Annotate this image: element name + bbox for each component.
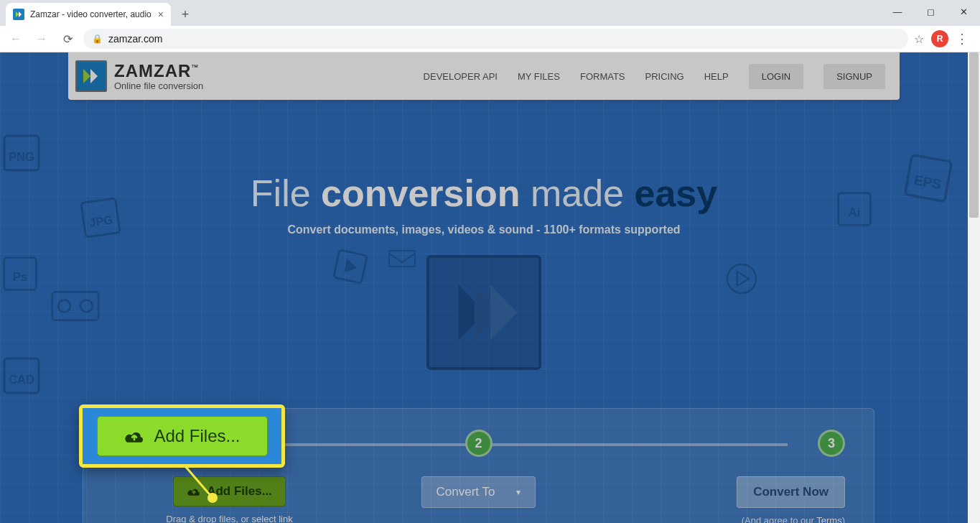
terms-link[interactable]: Terms xyxy=(816,515,841,523)
step-3-dot: 3 xyxy=(818,430,845,457)
convert-to-label: Convert To xyxy=(437,485,495,499)
hero-title-bold1: conversion xyxy=(321,172,520,214)
select-link[interactable]: select link xyxy=(252,514,293,523)
hero-title-pre: File xyxy=(251,172,321,214)
forward-button[interactable]: → xyxy=(32,29,52,49)
step-1-column: Add Files... Drag & drop files, or selec… xyxy=(112,476,347,523)
nav-help[interactable]: HELP xyxy=(704,71,729,82)
brand-name: ZAMZAR xyxy=(114,63,191,80)
step-2-dot: 2 xyxy=(465,430,493,457)
tab-title: Zamzar - video converter, audio xyxy=(30,9,152,19)
svg-marker-0 xyxy=(16,11,19,17)
cloud-upload-icon xyxy=(123,427,145,445)
tab-close-icon[interactable]: × xyxy=(158,9,164,20)
main-nav: DEVELOPER API MY FILES FORMATS PRICING H… xyxy=(424,64,885,89)
terms-post: ) xyxy=(842,515,845,523)
step-2-column: Convert To ▾ xyxy=(361,476,596,508)
bookmark-star-icon[interactable]: ☆ xyxy=(914,32,924,46)
svg-marker-23 xyxy=(90,69,98,83)
viewport: PNG JPG CAD EPS Ps Ai ZAMZAR ™ xyxy=(0,52,980,523)
logo-icon xyxy=(75,60,107,92)
browser-tab[interactable]: Zamzar - video converter, audio × xyxy=(6,3,171,26)
window-controls: — ◻ ✕ xyxy=(881,0,980,23)
maximize-button[interactable]: ◻ xyxy=(914,0,947,23)
logo[interactable]: ZAMZAR ™ Online file conversion xyxy=(75,60,203,92)
lock-icon: 🔒 xyxy=(92,34,103,44)
nav-pricing[interactable]: PRICING xyxy=(645,71,684,82)
drag-hint-text: Drag & drop files, or xyxy=(166,514,251,523)
url-text: zamzar.com xyxy=(108,33,162,45)
close-window-button[interactable]: ✕ xyxy=(947,0,980,23)
convert-to-dropdown[interactable]: Convert To ▾ xyxy=(421,476,536,508)
browser-chrome: Zamzar - video converter, audio × + — ◻ … xyxy=(0,0,980,52)
step-3-column: Convert Now (And agree to our Terms) ✉ E… xyxy=(610,476,845,523)
profile-avatar[interactable]: R xyxy=(931,30,948,47)
add-files-button[interactable]: Add Files... xyxy=(173,476,286,506)
site-header: ZAMZAR ™ Online file conversion DEVELOPE… xyxy=(68,52,900,100)
brand-tagline: Online file conversion xyxy=(114,81,203,91)
hero-subtitle: Convert documents, images, videos & soun… xyxy=(0,223,968,236)
browser-menu-icon[interactable]: ⋮ xyxy=(956,31,969,47)
page: PNG JPG CAD EPS Ps Ai ZAMZAR ™ xyxy=(0,52,968,523)
svg-marker-1 xyxy=(19,11,22,17)
back-button[interactable]: ← xyxy=(6,29,26,49)
hero-title-bold2: easy xyxy=(634,172,717,214)
add-files-callout-button[interactable]: Add Files... xyxy=(97,416,268,456)
chevron-down-icon: ▾ xyxy=(516,487,521,497)
nav-my-files[interactable]: MY FILES xyxy=(518,71,560,82)
add-files-callout-label: Add Files... xyxy=(154,426,240,446)
tab-bar: Zamzar - video converter, audio × + xyxy=(0,0,980,26)
new-tab-button[interactable]: + xyxy=(175,4,195,24)
convert-now-button[interactable]: Convert Now xyxy=(737,476,845,508)
drag-hint: Drag & drop files, or select link xyxy=(166,514,292,523)
url-input[interactable]: 🔒 zamzar.com xyxy=(83,29,908,49)
svg-marker-26 xyxy=(490,285,517,341)
terms-text: (And agree to our Terms) xyxy=(742,515,845,523)
cloud-upload-icon xyxy=(187,486,201,497)
add-files-label: Add Files... xyxy=(207,484,272,499)
trademark: ™ xyxy=(191,64,198,71)
reload-button[interactable]: ⟳ xyxy=(57,29,78,49)
signup-button[interactable]: SIGNUP xyxy=(823,64,885,89)
hero-content: File conversion made easy Convert docume… xyxy=(0,100,968,370)
scrollbar[interactable] xyxy=(968,52,980,523)
scrollbar-thumb[interactable] xyxy=(969,52,979,218)
login-button[interactable]: LOGIN xyxy=(749,64,803,89)
svg-marker-22 xyxy=(83,69,90,83)
favicon-icon xyxy=(13,9,24,20)
minimize-button[interactable]: — xyxy=(881,0,914,23)
nav-developer-api[interactable]: DEVELOPER API xyxy=(424,71,498,82)
hero-title-mid: made xyxy=(521,172,635,214)
svg-text:CAD: CAD xyxy=(9,373,34,386)
address-bar: ← → ⟳ 🔒 zamzar.com ☆ R ⋮ xyxy=(0,26,980,52)
add-files-callout: Add Files... xyxy=(79,404,285,468)
nav-formats[interactable]: FORMATS xyxy=(580,71,625,82)
terms-pre: (And agree to our xyxy=(742,515,817,523)
hero-title: File conversion made easy xyxy=(0,172,968,215)
hero-play-icon xyxy=(426,255,541,370)
